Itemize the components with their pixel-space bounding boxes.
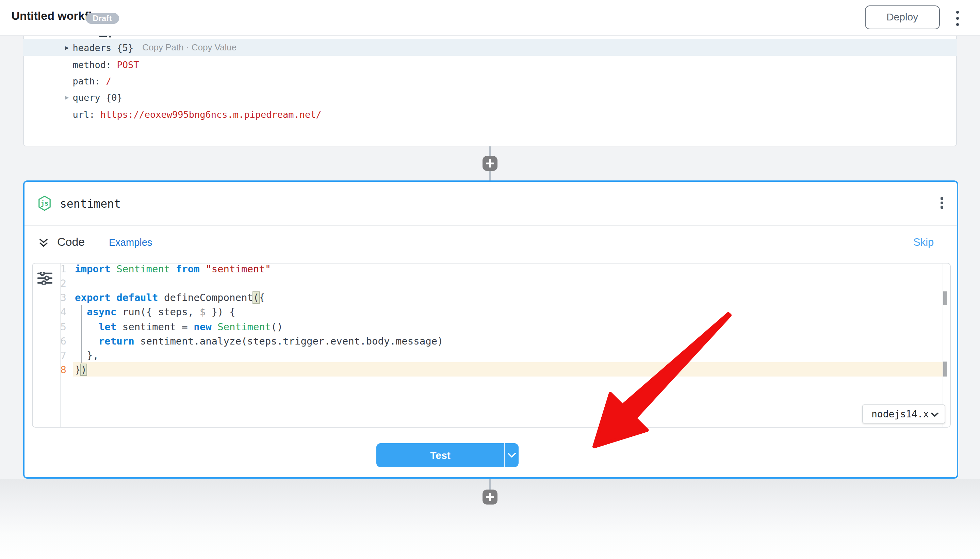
chevron-down-icon [931,413,938,417]
json-key: headers {5} [73,42,134,53]
json-tree-row[interactable]: ▶headers {5}Copy Path · Copy Value [23,38,957,56]
code-line: }) [75,363,87,377]
runtime-select[interactable]: nodejs14.x [862,404,945,423]
plus-icon [486,493,494,501]
json-tree-row[interactable]: ▶query {0} [23,89,957,106]
runtime-value: nodejs14.x [871,408,929,419]
workflow-menu-kebab-icon[interactable] [954,11,961,26]
json-key: query {0} [73,92,122,103]
disclosure-triangle-icon[interactable]: ▶ [65,44,69,51]
svg-text:js: js [41,199,48,207]
deploy-button[interactable]: Deploy [865,5,940,29]
code-editor[interactable]: 12345678 import Sentiment from "sentimen… [32,263,951,427]
copy-path-copy-value-actions[interactable]: Copy Path · Copy Value [142,42,236,53]
step-header-divider [24,225,957,226]
code-section-label: Code [57,235,85,249]
test-split-button: Test [377,443,518,467]
chevron-down-icon [508,453,516,458]
code-line: let sentiment = new Sentiment() [75,320,283,334]
connector-line [489,479,491,490]
line-number: 5 [33,320,66,334]
line-number: 7 [33,349,66,363]
add-step-button[interactable] [482,156,498,171]
collapse-section-chevrons-icon[interactable] [39,237,47,250]
code-line: }, [75,349,99,363]
add-step-button[interactable] [482,489,498,504]
line-number: 4 [33,305,66,320]
code-line: async run({ steps, $ }) { [75,305,235,320]
json-value: / [101,76,112,86]
test-button[interactable]: Test [377,443,504,467]
examples-link[interactable]: Examples [109,237,152,248]
json-tree-row: url: https://eoxew995bng6ncs.m.pipedream… [23,106,957,122]
line-number: 8 [33,363,66,377]
code-line: import Sentiment from "sentiment" [75,263,271,276]
app-bar-border [0,35,980,36]
plus-icon [486,159,494,167]
active-line-highlight [73,362,947,377]
step-name[interactable]: sentiment [60,197,121,210]
scrollbar-thumb[interactable] [943,361,947,377]
scrollbar-thumb[interactable] [943,291,947,305]
code-line: return sentiment.analyze(steps.trigger.e… [75,334,444,349]
json-key: method: [73,59,111,70]
json-tree-row: method: POST [23,56,957,73]
json-value: https://eoxew995bng6ncs.m.pipedream.net/ [95,109,322,120]
step-menu-kebab-icon[interactable] [939,197,945,209]
scrollbar-track [942,263,943,427]
line-number: 3 [33,291,66,305]
trigger-json-tree[interactable]: ▶headers {5}Copy Path · Copy Valuemethod… [23,38,957,122]
status-badge: Draft [86,13,119,24]
line-number: 2 [33,276,66,291]
line-number: 6 [33,334,66,349]
json-tree-row: path: / [23,73,957,89]
code-line: export default defineComponent({ [75,291,265,305]
json-key: path: [73,76,100,86]
json-key: url: [73,109,95,120]
workflow-editor-page: Untitled workflow Draft Deploy ▶headers … [0,0,980,559]
test-options-button[interactable] [505,443,518,467]
nodejs-hexagon-icon: js [38,195,51,213]
disclosure-triangle-icon[interactable]: ▶ [65,94,69,101]
json-value: POST [111,59,139,70]
skip-link[interactable]: Skip [913,236,934,248]
app-bar [0,0,980,35]
line-number: 1 [33,263,66,276]
